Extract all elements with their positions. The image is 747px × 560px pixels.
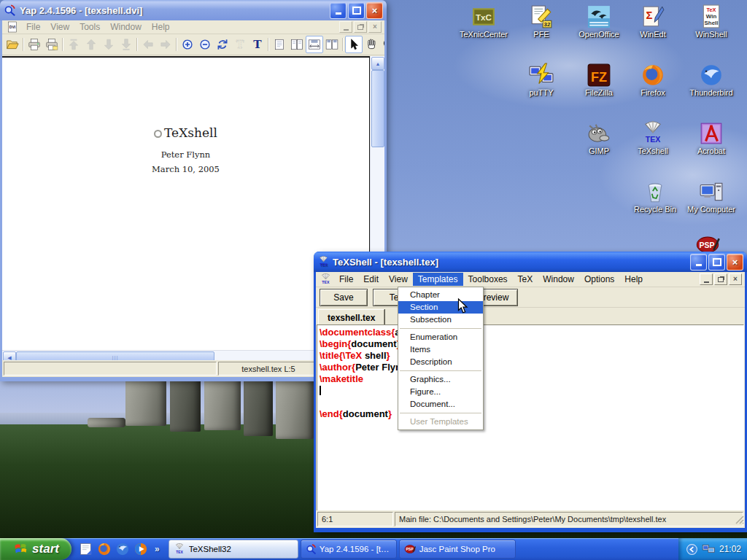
texshell-menu-options[interactable]: Options — [579, 273, 619, 286]
desktop-icon-my-computer[interactable]: My Computer — [683, 179, 740, 214]
prev-page-button[interactable] — [82, 36, 100, 53]
editor-line — [320, 397, 743, 408]
desktop-icon-texshell[interactable]: TEXTeXshell — [624, 121, 681, 155]
quick-launch-overflow-chevron[interactable]: » — [152, 544, 160, 554]
back-button[interactable] — [139, 36, 157, 53]
texshell-menu-window[interactable]: Window — [538, 273, 579, 286]
menu-item-figure[interactable]: Figure... — [398, 386, 483, 398]
editor-line: \begin{document} — [320, 338, 743, 350]
menu-item-items[interactable]: Items — [398, 343, 483, 356]
open-folder-button[interactable] — [4, 36, 21, 53]
print-multiple-button[interactable] — [43, 36, 61, 53]
desktop-icon-filezilla[interactable]: FZFileZilla — [570, 63, 627, 97]
text-bold-button[interactable]: T — [249, 36, 266, 53]
refresh-button[interactable] — [214, 36, 231, 53]
zoom-in-button[interactable] — [179, 36, 196, 53]
desktop-icon-winshell[interactable]: TeXWinShellWinShell — [683, 4, 740, 39]
hand-tool-button[interactable] — [363, 36, 380, 53]
mdi-restore-button[interactable] — [714, 273, 727, 285]
desktop-icon-firefox[interactable]: Firefox — [624, 63, 681, 97]
view-single-page-button[interactable] — [271, 36, 288, 53]
menu-item-enumeration[interactable]: Enumeration — [398, 331, 483, 343]
yap-menu-file[interactable]: File — [21, 20, 45, 34]
yap-toolbar: TT — [2, 34, 384, 55]
minimize-button[interactable] — [330, 2, 347, 19]
texshell-menu-edit[interactable]: Edit — [358, 273, 384, 286]
desktop-icon-texniccenter[interactable]: TxCTeXnicCenter — [455, 4, 512, 39]
mdi-minimize-button[interactable] — [700, 273, 713, 285]
view-two-page-button[interactable] — [288, 36, 306, 53]
text-outline-button[interactable]: T — [231, 36, 249, 53]
texshell-menu-view[interactable]: View — [384, 273, 413, 286]
texshell-menu-file[interactable]: File — [334, 273, 358, 286]
vertical-scroll-thumb[interactable] — [371, 70, 384, 147]
taskbar-task-3[interactable]: PSPJasc Paint Shop Pro — [399, 540, 516, 559]
view-fit-width-button[interactable] — [306, 36, 323, 53]
svg-text:TeX: TeX — [706, 7, 716, 13]
yap-titlebar[interactable]: Yap 2.4.1596 - [texshell.dvi] × — [0, 0, 387, 20]
mdi-restore-button[interactable] — [354, 21, 367, 33]
texshell-menu-toolboxes[interactable]: Toolboxes — [463, 273, 513, 286]
taskbar-task-2[interactable]: Yap 2.4.1596 - [texs... — [301, 540, 397, 559]
yap-menu-tools[interactable]: Tools — [74, 20, 105, 34]
desktop-icon-psp-partial[interactable]: PSP — [686, 235, 729, 252]
mdi-minimize-button[interactable] — [339, 21, 352, 33]
scroll-up-button[interactable]: ▲ — [371, 57, 384, 70]
resize-grip[interactable] — [734, 514, 744, 527]
cursor-position: 6:1 — [317, 512, 393, 526]
quick-launch-firefox[interactable] — [97, 542, 112, 556]
desktop-icon-winedt[interactable]: ΣWinEdt — [624, 4, 681, 39]
quick-launch-show-desktop[interactable] — [79, 542, 93, 556]
tray-collapse-chevron-icon[interactable] — [686, 543, 698, 556]
magnifier-tool-icon — [382, 38, 384, 51]
maximize-button[interactable] — [348, 2, 365, 19]
gimp-icon — [587, 121, 611, 146]
menu-item-section[interactable]: Section — [398, 301, 483, 314]
last-page-button[interactable] — [117, 36, 135, 53]
menu-item-chapter[interactable]: Chapter — [398, 289, 483, 301]
save-button[interactable]: Save — [320, 289, 368, 306]
texshell-menu-help[interactable]: Help — [619, 273, 648, 286]
view-dual-fit-button[interactable] — [323, 36, 341, 53]
desktop-icon-pfe[interactable]: 32PFE — [513, 4, 570, 39]
mdi-close-button[interactable]: × — [368, 21, 382, 33]
taskbar-task-1[interactable]: TEXTeXShell32 — [169, 540, 298, 559]
maximize-button[interactable] — [708, 254, 725, 271]
desktop-icon-putty[interactable]: puTTY — [513, 63, 570, 97]
menu-item-subsection[interactable]: Subsection — [398, 314, 483, 326]
print-button[interactable] — [26, 36, 43, 53]
desktop-icon-gimp[interactable]: GIMP — [570, 121, 627, 155]
magnifier-tool-button[interactable] — [380, 36, 384, 53]
desktop-icon-recycle-bin[interactable]: Recycle Bin — [627, 179, 684, 214]
menu-item-description[interactable]: Description — [398, 356, 483, 368]
forward-button[interactable] — [157, 36, 174, 53]
texshell-titlebar[interactable]: TEX TeXShell - [texshell.tex] × — [314, 252, 747, 272]
yap-menu-view[interactable]: View — [45, 20, 74, 34]
menu-item-document[interactable]: Document... — [398, 398, 483, 411]
desktop-icon-acrobat[interactable]: Acrobat — [683, 121, 740, 155]
texshell-menu-tex[interactable]: TeX — [513, 273, 538, 286]
yap-menu-help[interactable]: Help — [147, 20, 175, 34]
mdi-close-button[interactable]: × — [729, 273, 742, 285]
quick-launch-thunderbird[interactable] — [115, 542, 130, 556]
code-editor[interactable]: \documentclass{article}\begin{document}\… — [317, 324, 744, 516]
minimize-button[interactable] — [690, 254, 707, 271]
next-page-button[interactable] — [100, 36, 117, 53]
start-button[interactable]: start — [0, 538, 71, 560]
menu-item-user-templates[interactable]: User Templates — [398, 416, 483, 428]
desktop-icon-thunderbird[interactable]: Thunderbird — [683, 63, 740, 97]
yap-menu-items: FileViewToolsWindowHelp — [21, 20, 175, 34]
desktop-icon-label: My Computer — [687, 205, 735, 214]
close-button[interactable]: × — [366, 2, 383, 19]
texshell-menu-templates[interactable]: Templates — [413, 273, 463, 286]
network-status-icon[interactable] — [702, 542, 716, 556]
tab-texshell-tex[interactable]: texshell.tex — [318, 309, 384, 326]
select-tool-button[interactable] — [345, 36, 363, 53]
close-button[interactable]: × — [727, 254, 743, 271]
desktop-icon-openoffice[interactable]: OpenOffice — [570, 4, 627, 39]
first-page-button[interactable] — [65, 36, 82, 53]
yap-menu-window[interactable]: Window — [105, 20, 147, 34]
menu-item-graphics[interactable]: Graphics... — [398, 373, 483, 386]
zoom-out-button[interactable] — [196, 36, 214, 53]
quick-launch-media-player[interactable] — [133, 542, 148, 556]
